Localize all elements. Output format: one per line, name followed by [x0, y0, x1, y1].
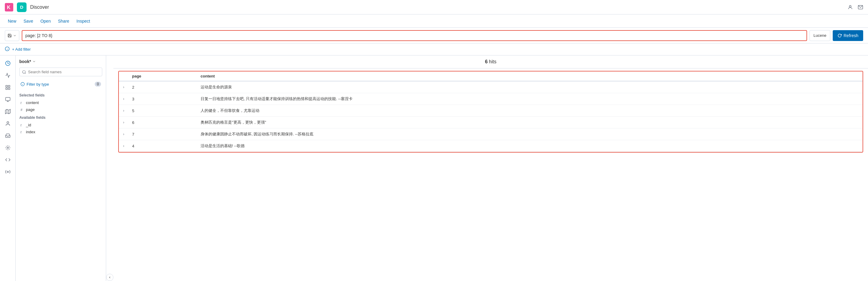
nav-inspect-button[interactable]: Inspect [73, 17, 93, 25]
svg-point-2 [849, 5, 851, 7]
query-input[interactable] [25, 33, 803, 38]
expand-button[interactable]: › [122, 85, 125, 90]
col-page-header: page [128, 71, 197, 81]
nav-icon-stack[interactable] [2, 130, 13, 141]
svg-point-18 [7, 147, 8, 149]
field-sidebar: book* Filter by type 0 Selected fields t… [16, 56, 106, 281]
content-cell: 日复一日地坚持练下去吧, 只有活动适量才能保持训练的热情和提高运动的技能. --… [197, 93, 863, 105]
content-cell: 身体的健康因静止不动而破坏, 因运动练习而长期保持. --苏格拉底 [197, 128, 863, 140]
user-profile-icon[interactable] [847, 4, 853, 10]
nav-icon-dashboard[interactable] [2, 82, 13, 93]
nav-icon-management[interactable] [2, 166, 13, 177]
top-bar: K D Discover [0, 0, 868, 14]
nav-icon-users[interactable] [2, 118, 13, 129]
index-selector[interactable]: book* [19, 59, 102, 64]
table-row: › 4 活动是生活的基础! --歌德 [119, 140, 863, 152]
nav-icon-discover[interactable] [2, 58, 13, 69]
nav-icon-visualize[interactable] [2, 70, 13, 81]
app-title: Discover [30, 4, 844, 10]
svg-point-19 [7, 171, 8, 173]
field-type-index: t [21, 130, 24, 134]
field-name-page: page [26, 107, 35, 112]
field-name-id: _id [26, 123, 31, 127]
results-area: 6 hits page content › 2 [114, 56, 868, 281]
field-type-page: # [21, 108, 24, 112]
content-cell: 人的健全，不但靠饮食，尤靠运动 [197, 105, 863, 117]
svg-marker-14 [5, 110, 10, 114]
svg-rect-10 [8, 88, 10, 90]
page-cell: 3 [128, 93, 197, 105]
collapse-sidebar-button[interactable] [106, 274, 114, 281]
table-row: › 7 身体的健康因静止不动而破坏, 因运动练习而长期保持. --苏格拉底 [119, 128, 863, 140]
mail-icon[interactable] [858, 4, 863, 10]
query-type-button[interactable] [5, 30, 19, 41]
nav-icon-maps[interactable] [2, 106, 13, 117]
app-icon: D [17, 2, 27, 12]
filter-by-type-button[interactable]: Filter by type [21, 82, 49, 87]
table-row: › 3 日复一日地坚持练下去吧, 只有活动适量才能保持训练的热情和提高运动的技能… [119, 93, 863, 105]
nav-open-button[interactable]: Open [37, 17, 54, 25]
collapse-icon [108, 276, 111, 279]
nav-icon-canvas[interactable] [2, 94, 13, 105]
expand-button[interactable]: › [122, 131, 125, 137]
main-content: book* Filter by type 0 Selected fields t… [0, 56, 868, 281]
expand-cell: › [119, 140, 128, 152]
search-icon [22, 70, 26, 74]
filter-icon [5, 46, 10, 51]
svg-rect-9 [6, 88, 7, 90]
content-cell: 运动是生命的源泉 [197, 81, 863, 93]
expand-cell: › [119, 81, 128, 93]
top-bar-icons [847, 4, 863, 10]
svg-text:K: K [7, 5, 10, 10]
table-row: › 6 奥林匹克的格言是"更高，更快，更强" [119, 117, 863, 128]
nav-bar: New Save Open Share Inspect [0, 14, 868, 28]
page-cell: 6 [128, 117, 197, 128]
page-cell: 7 [128, 128, 197, 140]
refresh-icon [838, 33, 842, 38]
content-cell: 活动是生活的基础! --歌德 [197, 140, 863, 152]
expand-button[interactable]: › [122, 108, 125, 113]
selected-fields-label: Selected fields [19, 93, 102, 97]
nav-new-button[interactable]: New [5, 17, 19, 25]
table-row: › 5 人的健全，不但靠饮食，尤靠运动 [119, 105, 863, 117]
filter-type-count: 0 [95, 82, 101, 87]
field-name-index: index [26, 130, 35, 134]
table-wrap: page content › 2 运动是生命的源泉 › 3 日复一日地坚持练下去… [119, 71, 863, 152]
field-item-id[interactable]: t _id [19, 122, 102, 128]
page-cell: 4 [128, 140, 197, 152]
svg-rect-11 [5, 97, 10, 101]
available-fields-label: Available fields [19, 116, 102, 120]
field-item-content[interactable]: t content [19, 99, 102, 106]
expand-cell: › [119, 128, 128, 140]
hits-count: 6 [485, 59, 488, 64]
svg-rect-7 [6, 85, 7, 87]
refresh-button[interactable]: Refresh [833, 30, 863, 41]
nav-save-button[interactable]: Save [21, 17, 36, 25]
add-filter-button[interactable]: + Add filter [12, 47, 31, 52]
left-nav [0, 56, 16, 281]
col-expand [119, 71, 128, 81]
expand-button[interactable]: › [122, 96, 125, 102]
nav-icon-dev[interactable] [2, 154, 13, 165]
field-item-page[interactable]: # page [19, 106, 102, 113]
expand-button[interactable]: › [122, 143, 125, 149]
nav-share-button[interactable]: Share [55, 17, 72, 25]
index-chevron-icon [32, 60, 36, 63]
field-item-index[interactable]: t index [19, 128, 102, 135]
search-fields-input[interactable] [28, 70, 99, 74]
index-name: book* [19, 59, 31, 64]
svg-point-17 [7, 122, 9, 123]
filter-bar: + Add filter [0, 43, 868, 56]
filter-icon-button[interactable] [5, 46, 10, 53]
svg-line-21 [25, 73, 26, 73]
page-cell: 5 [128, 105, 197, 117]
filter-type-icon [21, 82, 25, 86]
lucene-button[interactable]: Lucene [809, 30, 830, 41]
query-type-chevron-icon [13, 34, 17, 37]
data-table: page content › 2 运动是生命的源泉 › 3 日复一日地坚持练下去… [119, 71, 863, 152]
expand-button[interactable]: › [122, 120, 125, 125]
field-type-id: t [21, 123, 24, 127]
save-query-icon [7, 33, 12, 38]
field-name-content: content [26, 100, 39, 105]
nav-icon-ml[interactable] [2, 142, 13, 153]
